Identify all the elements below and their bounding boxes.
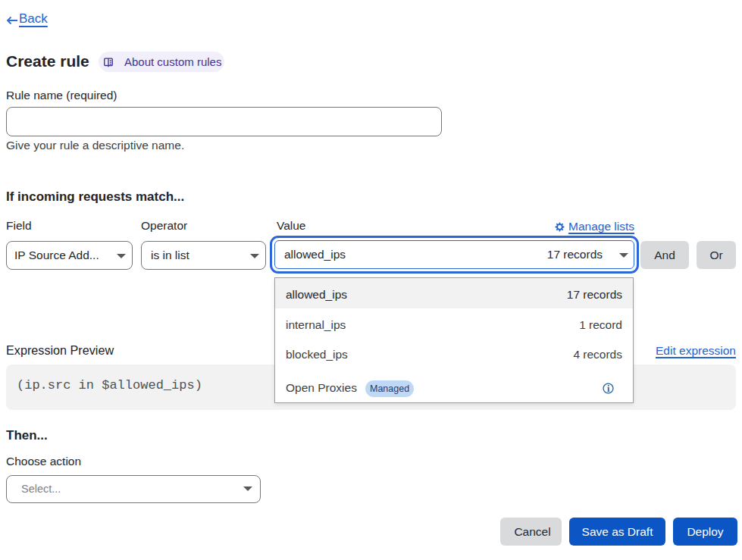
svg-text:i: i xyxy=(607,383,610,394)
